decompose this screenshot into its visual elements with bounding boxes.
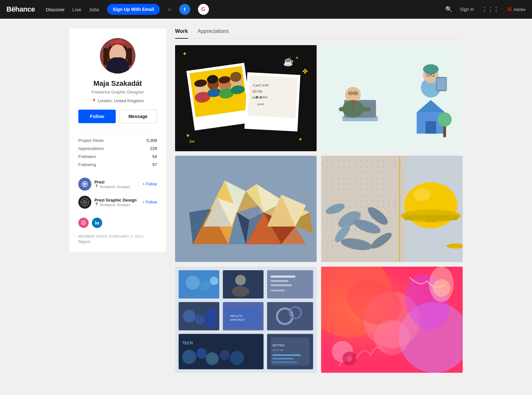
svg-point-212	[349, 206, 350, 207]
portfolio-item-1[interactable]: ✦ ✦ ★ ✱ ✤	[175, 45, 317, 151]
nav-jobs[interactable]: Jobs	[89, 7, 99, 12]
svg-point-301	[210, 276, 218, 285]
linkedin-icon[interactable]	[92, 218, 102, 228]
helmet-svg	[321, 156, 463, 262]
svg-point-149	[354, 178, 356, 179]
svg-point-321	[230, 351, 244, 365]
tab-appreciations[interactable]: Appreciations	[198, 28, 229, 39]
svg-rect-77	[437, 78, 446, 90]
org-loc-prezi-gd: 📍 Budapest, Hungary	[94, 202, 139, 207]
svg-text:★: ★	[186, 133, 190, 138]
portfolio-item-6[interactable]	[321, 267, 463, 373]
nav-live[interactable]: Live	[73, 7, 82, 12]
svg-rect-304	[271, 275, 295, 278]
svg-point-184	[349, 195, 350, 196]
svg-point-124	[360, 166, 361, 168]
signup-button[interactable]: Sign Up With Email	[107, 4, 160, 15]
grid-icon[interactable]: ⋮⋮⋮	[482, 6, 499, 13]
svg-point-110	[360, 161, 361, 162]
tab-work[interactable]: Work	[175, 28, 188, 39]
svg-point-119	[332, 166, 333, 168]
avatar	[100, 38, 135, 74]
adobe-logo: A/ Adobe	[507, 6, 526, 12]
svg-rect-54	[321, 45, 463, 151]
brand-logo[interactable]: Bëhance	[6, 5, 35, 14]
svg-point-338	[429, 267, 454, 302]
svg-rect-64	[339, 107, 353, 111]
svg-point-218	[383, 206, 384, 207]
svg-point-198	[349, 201, 350, 202]
svg-point-115	[389, 161, 390, 162]
google-login-button[interactable]: G	[198, 4, 209, 15]
navbar: Bëhance Discover Live Jobs Sign Up With …	[0, 0, 532, 19]
svg-point-308	[183, 310, 196, 322]
nav-discover[interactable]: Discover	[46, 7, 64, 12]
svg-point-8	[114, 53, 116, 55]
svg-point-202	[371, 201, 373, 202]
svg-point-173	[354, 189, 356, 190]
svg-rect-306	[271, 284, 292, 286]
svg-point-269	[326, 246, 327, 247]
svg-rect-7	[114, 62, 121, 67]
svg-text:STRATEGY: STRATEGY	[230, 318, 245, 321]
svg-point-206	[394, 201, 395, 202]
svg-point-113	[377, 161, 378, 162]
svg-point-185	[354, 195, 356, 196]
svg-point-243	[366, 217, 367, 219]
follow-prezi-gd-button[interactable]: + Follow	[143, 200, 157, 204]
svg-point-220	[394, 206, 395, 207]
svg-point-214	[360, 206, 361, 207]
svg-point-123	[354, 166, 356, 168]
svg-point-320	[220, 350, 230, 360]
svg-point-181	[332, 195, 333, 196]
main-content: Maja Szakadát Freelance Graphic Designer…	[56, 19, 476, 382]
svg-point-140	[371, 172, 373, 173]
svg-point-170	[337, 189, 339, 190]
svg-point-151	[366, 178, 367, 179]
svg-point-132	[326, 172, 327, 173]
svg-point-196	[337, 201, 339, 202]
svg-point-130	[394, 166, 395, 168]
svg-point-118	[326, 166, 327, 168]
portfolio-item-5[interactable]: HEALTH STRATEGY TECH	[175, 267, 317, 373]
portfolio-item-2[interactable]	[321, 45, 463, 151]
portfolio-item-3[interactable]	[175, 156, 317, 262]
svg-point-186	[360, 195, 361, 196]
svg-point-126	[371, 166, 373, 168]
profile-location: 📍 London, United Kingdom	[78, 98, 157, 103]
signin-link[interactable]: Sign In	[460, 7, 474, 12]
message-button[interactable]: Message	[119, 110, 157, 123]
follow-prezi-button[interactable]: + Follow	[143, 182, 157, 186]
svg-point-233	[389, 212, 390, 213]
stat-following: Following 57	[78, 161, 157, 169]
org-avatar-prezi-gd	[78, 196, 91, 209]
profile-name: Maja Szakadát	[78, 79, 157, 88]
svg-point-272	[326, 252, 327, 253]
avatar-image	[100, 38, 135, 74]
svg-point-9	[119, 53, 121, 55]
org-item-prezi: P Prezi 📍 Budapest, Hungary + Follow	[78, 175, 157, 193]
portfolio-item-4[interactable]	[321, 156, 463, 262]
svg-text:✦: ✦	[295, 55, 299, 60]
svg-point-138	[360, 172, 361, 173]
dribbble-icon[interactable]	[78, 218, 89, 228]
svg-point-105	[332, 161, 333, 162]
svg-point-15	[84, 183, 86, 185]
report-link[interactable]: Report	[78, 240, 157, 244]
svg-point-129	[389, 166, 390, 168]
svg-point-174	[360, 189, 361, 190]
following-orgs: P Prezi 📍 Budapest, Hungary + Follow	[78, 175, 157, 211]
stat-followers: Followers 54	[78, 153, 157, 161]
svg-point-168	[326, 189, 327, 190]
member-since: MEMBER SINCE FEBRUARY 7, 2014	[78, 234, 157, 238]
svg-point-177	[377, 189, 378, 190]
facebook-login-button[interactable]: f	[179, 4, 190, 15]
svg-point-300	[200, 281, 211, 291]
follow-button[interactable]: Follow	[78, 110, 116, 123]
svg-point-249	[332, 223, 333, 224]
stats-section: Project Views 5,309 Appreciations 229 Fo…	[78, 131, 157, 169]
search-icon[interactable]: 🔍	[445, 6, 452, 13]
svg-point-229	[366, 212, 367, 213]
svg-point-302	[235, 275, 246, 285]
svg-point-121	[343, 166, 344, 168]
